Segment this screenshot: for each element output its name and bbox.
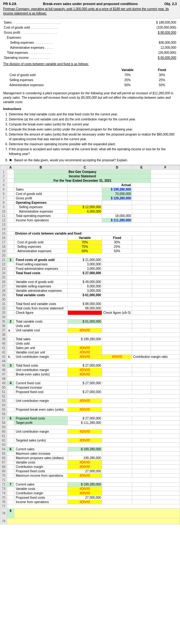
col-header-row xyxy=(0,165,7,170)
col-a-header: A xyxy=(7,165,14,170)
cell-f45 xyxy=(151,364,180,368)
gross-profit-value: $ 129,280,000 xyxy=(102,196,132,201)
row-num: 49 xyxy=(0,381,7,386)
cell-e12 xyxy=(132,218,151,223)
cell-a18 xyxy=(7,245,14,249)
cell-a22 xyxy=(7,262,14,267)
total-op-exp-label: Total operating expenses xyxy=(14,214,67,218)
list-item: Cost of goods sold 70% 30% xyxy=(3,73,177,78)
cell-e40 xyxy=(132,341,151,346)
fixed-pct: 25% xyxy=(147,78,177,83)
row-num: 20 xyxy=(0,253,7,258)
proposed-fixed-cost-value: $ 27,000,000 xyxy=(67,390,102,394)
admin-exp-label: Administrative expenses xyxy=(14,209,67,214)
management-text: Management is considering a plant expans… xyxy=(3,91,177,104)
proposed-fixed-cost-label: Proposed fixed cost xyxy=(14,390,67,394)
contrib-margin-value-74: #DIV/0! xyxy=(67,491,102,496)
cell-f46 xyxy=(151,368,180,372)
cell-c50 xyxy=(67,386,102,390)
cell-d73 xyxy=(102,487,132,491)
cell-e55 xyxy=(132,408,151,412)
total-fixed-costs-label: Total fixed costs xyxy=(14,364,67,368)
gross-profit-label: Gross profit xyxy=(14,196,67,201)
q8-badge: 8 xyxy=(7,509,14,518)
q2-badge: 2 xyxy=(7,319,14,324)
row-num: 31 xyxy=(0,302,7,306)
cell-a70 xyxy=(7,474,14,478)
cell-a15 xyxy=(7,231,14,236)
cell-f18 xyxy=(151,245,180,249)
cell-a55 xyxy=(7,408,14,412)
cell-f19 xyxy=(151,249,180,253)
cell-a62 xyxy=(7,438,14,443)
admin-fixed-pct: 50% xyxy=(102,249,132,253)
q7-badge: 7 xyxy=(7,482,14,487)
cell-d55 xyxy=(102,408,132,412)
cell-a39 xyxy=(7,337,14,341)
cell-b16 xyxy=(14,236,67,240)
row-num: 50 xyxy=(0,386,7,390)
row-num: 62 xyxy=(0,438,7,443)
cell-e47 xyxy=(132,372,151,377)
row-num: 73 xyxy=(0,487,7,491)
cell-a27 xyxy=(7,284,14,289)
problem-title: Break-even sales under present and propo… xyxy=(43,2,138,6)
total-op-exp-value: 18,000,000 xyxy=(102,214,132,218)
cell-d47 xyxy=(102,372,132,377)
actual-label: Actual xyxy=(102,183,132,187)
cell-a28 xyxy=(7,289,14,293)
cell-empty-30 xyxy=(7,297,180,302)
cell-f15 xyxy=(151,231,180,236)
row-num: 66 xyxy=(0,456,7,460)
cell-d39 xyxy=(102,337,132,341)
cogs-label: Cost of goods sold xyxy=(14,192,67,196)
max-proposed-sales-label: Maximum proposes sales (dollars) xyxy=(14,456,67,460)
cell-empty-44 xyxy=(7,359,180,364)
cell-a69 xyxy=(7,469,14,474)
cell-e31 xyxy=(132,302,151,306)
admin-var-pct: 50% xyxy=(67,249,102,253)
cell-empty-79 xyxy=(7,518,180,525)
total-var-label: Total variable costs xyxy=(14,293,67,297)
cell-a2 xyxy=(7,174,14,179)
q8-answer-area[interactable] xyxy=(14,509,180,518)
unit-contrib-margin-value2: #DIV/0! xyxy=(102,355,132,359)
variable-costs-label-67: Variable costs xyxy=(14,460,67,465)
cell-e57 xyxy=(132,416,151,421)
row-num: 3 xyxy=(0,179,7,183)
cell-e42 xyxy=(132,350,151,355)
cell-a47 xyxy=(7,372,14,377)
cell-e10 xyxy=(132,209,151,214)
fixed-admin-label: Fixed administrative expenses xyxy=(14,267,67,271)
var-cogs-label: Variable cost of goods sold xyxy=(14,280,67,284)
total-costs-stmt-label: Total costs from income statement xyxy=(14,306,67,311)
unit-var-cost-value: #DIV/0! xyxy=(67,328,102,333)
cell-empty-59 xyxy=(7,425,180,430)
row-num: 60 xyxy=(0,430,7,434)
problem-id: PR 6-2A xyxy=(3,2,16,6)
variable-costs-value-67: #DIV/0! xyxy=(67,460,102,465)
list-item: ► Based on the data given, would you rec… xyxy=(9,157,177,163)
row-label: Selling expenses xyxy=(3,78,108,83)
total-fixed-costs-value: $ 27,000,000 xyxy=(67,364,102,368)
cell-f26 xyxy=(151,280,180,284)
cell-e75 xyxy=(132,496,151,500)
cell-e36 xyxy=(132,324,151,328)
cell-d31 xyxy=(102,302,132,306)
targeted-sales-label: Targeted sales (units) xyxy=(14,438,67,443)
cell-e28 xyxy=(132,289,151,293)
cell-f51 xyxy=(151,390,180,394)
cell-a66 xyxy=(7,456,14,460)
cell-empty-20 xyxy=(7,253,180,258)
row-num: 45 xyxy=(0,364,7,368)
cell-f67 xyxy=(151,460,180,465)
row-num: 69 xyxy=(0,469,7,474)
cell-a3 xyxy=(7,179,14,183)
row-num: 58 xyxy=(0,421,7,425)
income-from-ops-label: Income from operations xyxy=(14,218,67,223)
cell-a58 xyxy=(7,421,14,425)
cell-f70 xyxy=(151,474,180,478)
cell-e4 xyxy=(132,183,151,187)
cell-a31 xyxy=(7,302,14,306)
cell-d42 xyxy=(102,350,132,355)
